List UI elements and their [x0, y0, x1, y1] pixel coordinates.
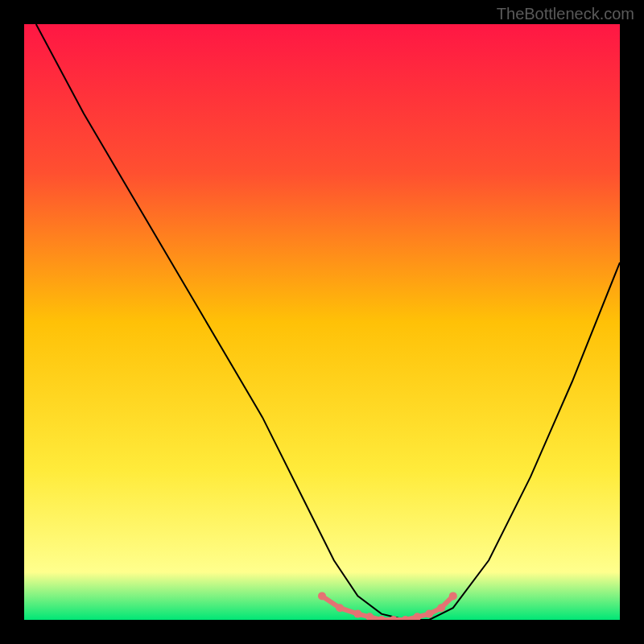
- gradient-background: [24, 24, 620, 620]
- chart-plot: [24, 24, 620, 620]
- watermark-text: TheBottleneck.com: [497, 5, 634, 23]
- chart-svg: [24, 24, 620, 620]
